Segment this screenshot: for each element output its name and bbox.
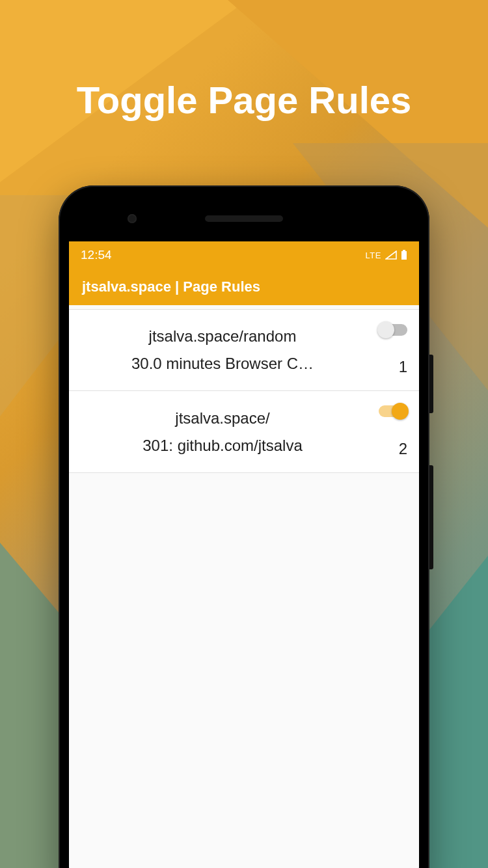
phone-frame: 12:54 LTE jtsalva.space | Page Rules — [59, 185, 429, 868]
rules-list: jtsalva.space/random 30.0 minutes Browse… — [69, 309, 419, 473]
rule-side: 1 — [364, 321, 410, 379]
rule-side: 2 — [364, 403, 410, 461]
signal-icon — [385, 251, 397, 260]
rule-content: jtsalva.space/random 30.0 minutes Browse… — [81, 321, 364, 379]
status-right: LTE — [366, 250, 407, 260]
promo-background: Toggle Page Rules 12:54 LTE — [0, 0, 488, 868]
rule-description: 301: github.com/jtsalva — [81, 437, 364, 455]
svg-rect-0 — [403, 250, 405, 251]
app-bar: jtsalva.space | Page Rules — [69, 269, 419, 305]
status-time: 12:54 — [81, 248, 112, 262]
phone-camera — [128, 214, 137, 223]
status-bar: 12:54 LTE — [69, 241, 419, 269]
rule-content: jtsalva.space/ 301: github.com/jtsalva — [81, 403, 364, 461]
rule-row[interactable]: jtsalva.space/ 301: github.com/jtsalva 2 — [69, 391, 419, 473]
battery-icon — [401, 250, 407, 260]
rule-row[interactable]: jtsalva.space/random 30.0 minutes Browse… — [69, 309, 419, 391]
phone-bezel-top — [69, 196, 419, 241]
promo-title: Toggle Page Rules — [0, 78, 488, 122]
rule-index: 2 — [399, 440, 407, 458]
rule-index: 1 — [399, 358, 407, 376]
phone-side-button — [429, 465, 433, 569]
phone-speaker — [205, 215, 283, 222]
rule-description: 30.0 minutes Browser C… — [81, 355, 364, 373]
rule-toggle[interactable] — [379, 324, 407, 336]
app-bar-title: jtsalva.space | Page Rules — [82, 278, 260, 295]
status-network-label: LTE — [366, 251, 381, 260]
rule-url: jtsalva.space/ — [81, 409, 364, 427]
rule-toggle[interactable] — [379, 405, 407, 417]
phone-side-button — [429, 355, 433, 413]
phone-screen: 12:54 LTE jtsalva.space | Page Rules — [69, 241, 419, 868]
svg-rect-1 — [401, 251, 407, 260]
rule-url: jtsalva.space/random — [81, 327, 364, 346]
